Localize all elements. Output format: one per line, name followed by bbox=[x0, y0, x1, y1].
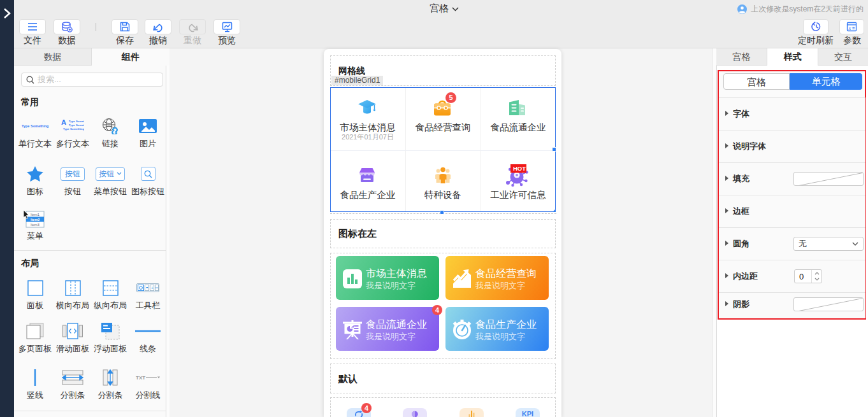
svg-text:A: A bbox=[61, 119, 66, 126]
svg-text:Type Something: Type Something bbox=[63, 127, 84, 131]
svg-text:Item2: Item2 bbox=[31, 217, 40, 221]
svg-text:HOT: HOT bbox=[513, 165, 526, 172]
svg-text:Type Something: Type Something bbox=[69, 124, 84, 127]
svg-text:Item3: Item3 bbox=[31, 223, 40, 227]
svg-text:Type Something: Type Something bbox=[69, 120, 84, 123]
svg-text:Type Something: Type Something bbox=[22, 124, 48, 128]
svg-text:+: + bbox=[151, 286, 154, 290]
svg-text:Item1: Item1 bbox=[31, 212, 40, 216]
svg-text:TXT: TXT bbox=[136, 375, 145, 381]
svg-text:x: x bbox=[848, 25, 851, 31]
